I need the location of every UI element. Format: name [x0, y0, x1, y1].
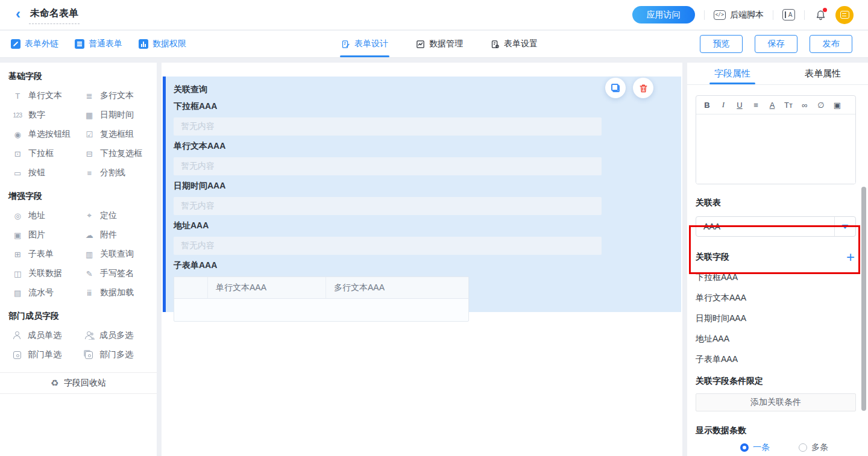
- palette-item-multi-select[interactable]: ⊟下拉复选框: [80, 144, 152, 163]
- selection-bar: [163, 77, 166, 312]
- palette-item-signature[interactable]: ✎手写签名: [80, 264, 152, 283]
- italic-icon[interactable]: I: [717, 100, 730, 110]
- tab-form-properties[interactable]: 表单属性: [778, 63, 868, 84]
- palette-item-address[interactable]: ◎地址: [8, 206, 80, 225]
- description-rich-text-editor: B I U ≡ A Tᴛ ∞ ∅ ▣: [696, 95, 856, 184]
- related-fields-list: 下拉框AAA 单行文本AAA 日期时间AAA 地址AAA 子表单AAA: [696, 272, 856, 364]
- member-multi-icon: [84, 331, 94, 340]
- contacts-icon[interactable]: A: [782, 9, 795, 20]
- palette-label: 数字: [28, 110, 45, 120]
- palette-item-member-single[interactable]: 成员单选: [8, 326, 80, 345]
- palette-item-single-line-text[interactable]: T单行文本: [8, 86, 80, 105]
- unlink-icon[interactable]: ∅: [814, 101, 828, 110]
- font-color-icon[interactable]: A: [766, 101, 779, 110]
- related-fields-label: 关联字段: [696, 252, 729, 263]
- divider: [704, 10, 705, 20]
- save-button[interactable]: 保存: [755, 35, 797, 53]
- copy-field-button[interactable]: [605, 78, 626, 98]
- palette-item-subform[interactable]: ⊞子表单: [8, 245, 80, 264]
- palette-label: 成员多选: [99, 330, 133, 341]
- related-field-item[interactable]: 日期时间AAA: [696, 313, 856, 323]
- palette-item-related-data[interactable]: ◫关联数据: [8, 264, 80, 283]
- form-external-link-button[interactable]: 表单外链: [11, 39, 58, 49]
- delete-field-button[interactable]: [633, 78, 653, 98]
- palette-item-radio-group[interactable]: ◉单选按钮组: [8, 125, 80, 144]
- palette-item-dept-multi[interactable]: 部门多选: [80, 345, 152, 364]
- field-select-preview: 暂无内容: [174, 117, 602, 136]
- app-access-button[interactable]: 应用访问: [632, 6, 695, 23]
- palette-label: 复选框组: [100, 129, 134, 140]
- number-icon: 123: [12, 112, 23, 119]
- palette-label: 成员单选: [28, 330, 61, 341]
- field-address-preview: 暂无内容: [174, 237, 602, 255]
- palette-label: 下拉框: [28, 148, 54, 159]
- palette-item-location[interactable]: ⌖定位: [80, 206, 152, 225]
- related-field-item[interactable]: 下拉框AAA: [696, 272, 856, 282]
- avatar[interactable]: [835, 6, 854, 24]
- underline-icon[interactable]: U: [733, 101, 746, 110]
- display-count-label: 显示数据条数: [696, 425, 856, 436]
- related-table-select[interactable]: AAA: [696, 216, 856, 237]
- related-field-item[interactable]: 单行文本AAA: [696, 293, 856, 302]
- radio-single-record[interactable]: 一条: [740, 442, 770, 453]
- properties-panel: 字段属性 表单属性 B I U ≡ A Tᴛ ∞ ∅ ▣ 关联表: [687, 63, 868, 456]
- subform-empty-row: [174, 299, 468, 321]
- tab-form-settings[interactable]: 表单设置: [491, 31, 538, 57]
- back-button[interactable]: ‹: [16, 8, 20, 20]
- selected-field-block[interactable]: 关联查询 下拉框AAA 暂无内容 单行文本AAA 暂无内容 日期时间AAA 暂无…: [163, 77, 681, 312]
- editor-content[interactable]: [696, 114, 855, 184]
- bell-icon[interactable]: [815, 9, 826, 21]
- field-palette-sidebar: 基础字段 T单行文本 ≣多行文本 123数字 ▦日期时间 ◉单选按钮组 ☑复选框…: [0, 63, 157, 456]
- editor-toolbar: B I U ≡ A Tᴛ ∞ ∅ ▣: [696, 96, 855, 114]
- bold-icon[interactable]: B: [700, 101, 714, 110]
- palette-item-member-multi[interactable]: 成员多选: [80, 326, 152, 345]
- font-size-icon[interactable]: Tᴛ: [782, 101, 795, 110]
- related-field-item[interactable]: 地址AAA: [696, 334, 856, 343]
- data-load-icon: ⅲ: [84, 289, 95, 298]
- preview-button[interactable]: 预览: [700, 35, 743, 53]
- location-icon: ⌖: [84, 211, 95, 220]
- palette-item-multi-line-text[interactable]: ≣多行文本: [80, 86, 152, 105]
- panel-scrollbar[interactable]: [861, 187, 866, 411]
- palette-item-select[interactable]: ⊡下拉框: [8, 144, 80, 163]
- radio-group-icon: ◉: [12, 130, 23, 139]
- normal-form-icon: [75, 39, 84, 49]
- form-title[interactable]: 未命名表单: [29, 6, 80, 24]
- radio-multiple-records[interactable]: 多条: [799, 442, 828, 453]
- palette-item-datetime[interactable]: ▦日期时间: [80, 105, 152, 125]
- palette-item-number[interactable]: 123数字: [8, 105, 80, 125]
- palette-label: 单选按钮组: [28, 129, 71, 140]
- backend-script-button[interactable]: </> 后端脚本: [714, 10, 764, 20]
- tab-data-manage[interactable]: 数据管理: [416, 31, 463, 57]
- data-permission-button[interactable]: 数据权限: [139, 39, 186, 49]
- palette-item-image[interactable]: ▣图片: [8, 225, 80, 245]
- datetime-icon: ▦: [84, 111, 95, 120]
- insert-image-icon[interactable]: ▣: [831, 101, 844, 110]
- image-field-icon: ▣: [12, 231, 23, 240]
- notification-dot: [823, 8, 827, 12]
- palette-label: 按钮: [28, 167, 45, 178]
- field-recycle-bin[interactable]: ♻ 字段回收站: [0, 372, 157, 394]
- add-condition-button[interactable]: 添加关联条件: [696, 393, 856, 411]
- palette-item-serial-number[interactable]: ▤流水号: [8, 283, 80, 302]
- signature-icon: ✎: [84, 269, 95, 278]
- palette-item-divider[interactable]: ≡分割线: [80, 163, 152, 183]
- align-icon[interactable]: ≡: [749, 101, 763, 110]
- normal-form-button[interactable]: 普通表单: [75, 39, 122, 49]
- palette-item-checkbox-group[interactable]: ☑复选框组: [80, 125, 152, 144]
- palette-item-button[interactable]: ▭按钮: [8, 163, 80, 183]
- palette-item-data-load[interactable]: ⅲ数据加载: [80, 283, 152, 302]
- form-external-link-label: 表单外链: [25, 39, 58, 49]
- palette-item-attachment[interactable]: ☁附件: [80, 225, 152, 245]
- add-related-field-button[interactable]: +: [846, 252, 856, 263]
- related-field-item[interactable]: 子表单AAA: [696, 354, 856, 364]
- form-canvas: 关联查询 下拉框AAA 暂无内容 单行文本AAA 暂无内容 日期时间AAA 暂无…: [162, 63, 682, 456]
- tab-field-properties[interactable]: 字段属性: [687, 63, 778, 84]
- palette-item-related-query[interactable]: ▥关联查询: [80, 245, 152, 264]
- publish-button[interactable]: 发布: [810, 35, 852, 53]
- palette-item-dept-single[interactable]: 部门单选: [8, 345, 80, 364]
- palette-label: 子表单: [28, 249, 54, 260]
- form-link-icon: [11, 39, 20, 49]
- link-icon[interactable]: ∞: [798, 101, 811, 110]
- tab-form-design[interactable]: 表单设计: [341, 31, 388, 57]
